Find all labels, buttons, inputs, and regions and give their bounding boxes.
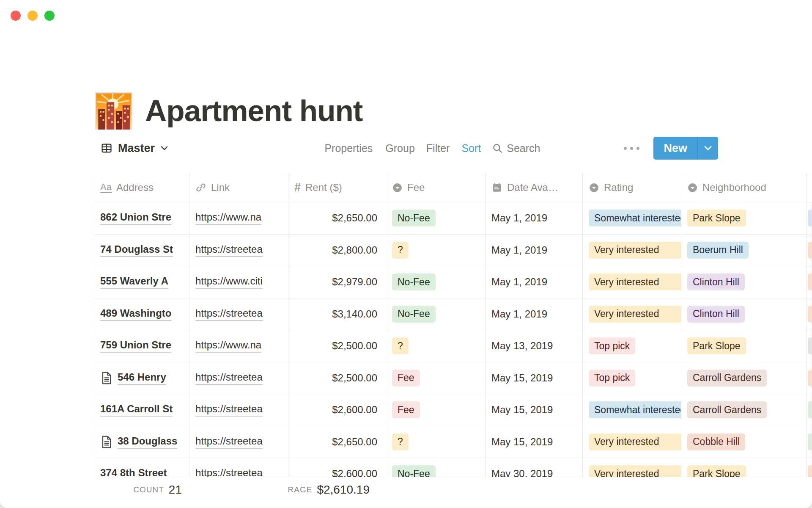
properties-button[interactable]: Properties [324,142,373,155]
sort-button[interactable]: Sort [461,142,481,155]
cell-neighborhood[interactable]: Cobble Hill [681,426,807,458]
cell-link[interactable]: https://streetea [189,235,288,266]
cell-neighborhood[interactable]: Carroll Gardens [681,362,807,394]
filter-button[interactable]: Filter [426,142,450,155]
cell-fee[interactable]: No-Fee [386,202,486,234]
column-header-link[interactable]: Link [189,173,288,202]
cell-neighborhood[interactable]: Clinton Hill [681,298,807,330]
cell-rating[interactable]: Top pick [583,330,681,362]
cell-address[interactable]: 74 Douglass St [94,235,189,266]
close-window-button[interactable] [11,11,21,21]
view-switcher[interactable]: Master [101,136,168,160]
cell-extra[interactable] [807,458,812,478]
column-header-address[interactable]: AaAddress [94,173,189,202]
cell-address[interactable]: 161A Carroll St [94,394,189,426]
cell-date-available[interactable]: May 1, 2019 [486,266,583,298]
cell-link[interactable]: https://www.citi [189,266,288,298]
count-aggregate[interactable]: COUNT 21 [94,477,189,502]
cell-neighborhood[interactable]: Park Slope [681,202,807,234]
cell-extra[interactable] [807,202,812,234]
cell-rating[interactable]: Very interested [583,235,681,266]
cell-address[interactable]: 759 Union Stre [94,330,189,362]
cell-rent[interactable]: $2,500.00 [288,362,386,394]
minimize-window-button[interactable] [27,11,38,21]
cell-fee[interactable]: Fee [386,362,486,394]
cell-extra[interactable] [807,362,812,394]
cell-date-available[interactable]: May 13, 2019 [486,330,583,362]
cell-link[interactable]: https://www.na [189,330,288,362]
link-url[interactable]: https://streetea [195,467,263,478]
cell-rent[interactable]: $2,600.00 [288,458,386,478]
cell-link[interactable]: https://streetea [189,458,288,478]
cell-rent[interactable]: $2,650.00 [288,202,386,234]
cell-extra[interactable] [807,330,812,362]
cell-rent[interactable]: $2,650.00 [288,426,386,458]
cell-date-available[interactable]: May 15, 2019 [486,362,583,394]
cell-fee[interactable]: Fee [386,394,486,426]
cell-fee[interactable]: No-Fee [386,458,486,478]
cell-extra[interactable] [807,298,812,330]
cell-rent[interactable]: $2,500.00 [288,330,386,362]
cell-fee[interactable]: No-Fee [386,266,486,298]
cell-rating[interactable]: Very interested [583,426,681,458]
cell-address[interactable]: 555 Waverly A [94,266,189,298]
cell-address[interactable]: 489 Washingto [94,298,189,330]
cell-neighborhood[interactable]: Clinton Hill [681,266,807,298]
cell-address[interactable]: 38 Douglass [94,426,189,458]
cell-date-available[interactable]: May 1, 2019 [486,235,583,266]
cell-date-available[interactable]: May 1, 2019 [486,298,583,330]
link-url[interactable]: https://streetea [195,307,263,321]
cell-rent[interactable]: $2,979.00 [288,266,386,298]
cell-rent[interactable]: $2,800.00 [288,235,386,266]
cell-link[interactable]: https://www.na [189,202,288,234]
cell-extra[interactable] [807,426,812,458]
cell-date-available[interactable]: May 15, 2019 [486,394,583,426]
cell-date-available[interactable]: May 1, 2019 [486,202,583,234]
cell-rating[interactable]: Very interested [583,458,681,478]
new-dropdown-button[interactable] [698,137,718,160]
cell-neighborhood[interactable]: Park Slope [681,330,807,362]
page-title[interactable]: Apartment hunt [145,91,363,130]
link-url[interactable]: https://streetea [195,403,263,417]
link-url[interactable]: https://www.na [195,211,261,225]
cell-rent[interactable]: $2,600.00 [288,394,386,426]
cell-extra[interactable] [807,394,812,426]
cell-extra[interactable] [807,235,812,266]
cell-fee[interactable]: ? [386,426,486,458]
city-sunset-emoji[interactable] [95,92,132,130]
cell-address[interactable]: 546 Henry [94,362,189,394]
cell-date-available[interactable]: May 30, 2019 [486,458,583,478]
link-url[interactable]: https://www.na [195,339,261,353]
search-button[interactable]: Search [492,142,540,155]
average-aggregate[interactable]: AVERAGE $2,610.19 [288,477,386,502]
group-button[interactable]: Group [385,142,414,155]
column-header-fee[interactable]: Fee [386,173,486,202]
cell-link[interactable]: https://streetea [189,298,288,330]
cell-rating[interactable]: Very interested [583,298,681,330]
cell-neighborhood[interactable]: Carroll Gardens [681,394,807,426]
cell-rating[interactable]: Somewhat interested [583,202,681,234]
zoom-window-button[interactable] [44,11,55,21]
link-url[interactable]: https://streetea [195,243,263,257]
cell-rating[interactable]: Very interested [583,266,681,298]
cell-fee[interactable]: No-Fee [386,298,486,330]
cell-rating[interactable]: Somewhat interested [583,394,681,426]
column-header-rating[interactable]: Rating [583,173,681,202]
cell-link[interactable]: https://streetea [189,426,288,458]
cell-neighborhood[interactable]: Park Slope [681,458,807,478]
cell-fee[interactable]: ? [386,330,486,362]
link-url[interactable]: https://www.citi [195,275,263,289]
cell-link[interactable]: https://streetea [189,362,288,394]
cell-address[interactable]: 374 8th Street [94,458,189,478]
new-button[interactable]: New [653,142,697,155]
column-header-date-ava[interactable]: Date Ava… [486,173,583,202]
column-header-neighborhood[interactable]: Neighborhood [681,173,807,202]
cell-extra[interactable] [807,266,812,298]
cell-rent[interactable]: $3,140.00 [288,298,386,330]
cell-date-available[interactable]: May 15, 2019 [486,426,583,458]
cell-address[interactable]: 862 Union Stre [94,202,189,234]
cell-fee[interactable]: ? [386,235,486,266]
link-url[interactable]: https://streetea [195,371,263,385]
cell-rating[interactable]: Top pick [583,362,681,394]
column-header-extra[interactable] [807,173,812,202]
